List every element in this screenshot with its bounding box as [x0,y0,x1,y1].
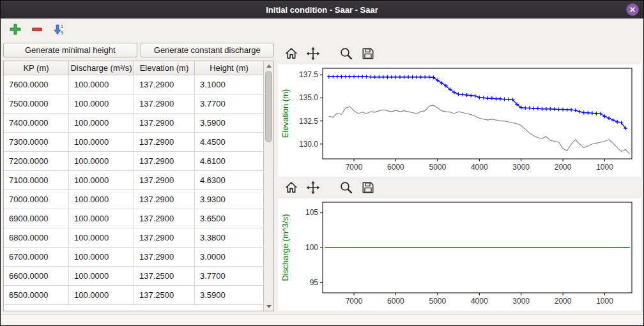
table-cell[interactable]: 7300.0000 [4,133,69,151]
table-cell[interactable]: 137.2900 [134,94,195,113]
table-cell[interactable]: 4.4500 [195,133,263,151]
elevation-chart-toolbar [278,43,641,64]
table-cell[interactable]: 6800.0000 [4,228,69,247]
table-row[interactable]: 7500.0000100.0000137.29003.7700 [4,94,263,114]
table-cell[interactable]: 3.9300 [195,190,263,209]
svg-text:5000: 5000 [429,163,447,172]
svg-text:3000: 3000 [512,297,530,306]
table-cell[interactable]: 137.2900 [134,75,195,94]
scroll-down-button[interactable] [264,302,273,311]
table-cell[interactable]: 3.7700 [195,94,263,113]
table-cell[interactable]: 137.2500 [134,267,195,285]
table-row[interactable]: 7200.0000100.0000137.29004.6100 [4,152,263,171]
svg-text:4000: 4000 [471,163,488,172]
table-cell[interactable]: 4.6100 [195,152,263,170]
table-cell[interactable]: 3.3800 [195,228,263,247]
table-cell[interactable]: 137.2900 [134,152,195,170]
home-icon [284,47,298,61]
table-cell[interactable]: 3.5900 [195,114,263,132]
pan-button[interactable] [303,45,323,63]
table-row[interactable]: 7100.0000100.0000137.29004.6300 [4,171,263,190]
titlebar[interactable]: Initial condition - Saar - Saar [1,1,643,19]
header-elevation[interactable]: Elevation (m) [134,61,195,75]
table-row[interactable]: 6800.0000100.0000137.29003.3800 [4,228,263,248]
table-cell[interactable]: 137.2900 [134,133,195,151]
header-discharge[interactable]: Discharge (m³/s) [69,61,134,75]
table-cell[interactable]: 100.0000 [69,114,134,132]
table-cell[interactable]: 4.6300 [195,171,263,189]
table-cell[interactable]: 100.0000 [69,228,134,247]
scrollbar-track[interactable] [264,70,273,302]
remove-row-button[interactable] [29,21,45,38]
svg-text:Discharge (m^3/s): Discharge (m^3/s) [280,214,290,281]
generate-constant-discharge-button[interactable]: Generate constant discharge [141,43,275,57]
table-vertical-scrollbar[interactable] [263,61,273,311]
svg-text:9: 9 [61,31,63,35]
discharge-chart: 700060005000400030002000100095100105Disc… [278,198,641,311]
save-icon [361,181,375,195]
table-cell[interactable]: 100.0000 [69,190,134,209]
table-cell[interactable]: 6600.0000 [4,267,69,285]
table-cell[interactable]: 6900.0000 [4,209,69,228]
save-button[interactable] [358,45,378,63]
table-cell[interactable]: 100.0000 [69,248,134,266]
close-icon [629,6,636,13]
close-button[interactable] [626,3,639,16]
add-row-button[interactable] [7,21,24,38]
svg-text:100: 100 [305,243,318,252]
table-cell[interactable]: 7000.0000 [4,190,69,209]
table-row[interactable]: 7400.0000100.0000137.29003.5900 [4,114,263,133]
table-cell[interactable]: 3.1000 [195,75,263,94]
zoom-button[interactable] [337,45,356,63]
header-height[interactable]: Height (m) [195,61,263,75]
svg-text:95: 95 [310,278,319,287]
table-cell[interactable]: 100.0000 [69,171,134,189]
table-cell[interactable]: 7100.0000 [4,171,69,189]
table-cell[interactable]: 100.0000 [69,286,134,304]
zoom-button[interactable] [337,179,356,196]
header-kp[interactable]: KP (m) [4,61,69,75]
table-cell[interactable]: 137.2900 [134,248,195,266]
table-cell[interactable]: 7200.0000 [4,152,69,170]
table-cell[interactable]: 137.2900 [134,171,195,189]
table-cell[interactable]: 3.5900 [195,286,263,304]
table-cell[interactable]: 3.6500 [195,209,263,228]
table-row[interactable]: 6600.0000100.0000137.25003.7700 [4,267,263,286]
save-button[interactable] [358,179,378,196]
table-cell[interactable]: 137.2900 [134,228,195,247]
pan-button[interactable] [303,179,323,196]
table-cell[interactable]: 137.2900 [134,190,195,209]
table-row[interactable]: 7300.0000100.0000137.29004.4500 [4,133,263,152]
table-row[interactable]: 7000.0000100.0000137.29003.9300 [4,190,263,209]
scrollbar-thumb[interactable] [265,71,272,142]
table-cell[interactable]: 7400.0000 [4,114,69,132]
home-button[interactable] [282,45,301,63]
svg-text:6000: 6000 [387,297,404,306]
generate-buttons-row: Generate minimal height Generate constan… [3,43,274,57]
table-cell[interactable]: 6500.0000 [4,286,69,304]
table-cell[interactable]: 100.0000 [69,94,134,113]
table-cell[interactable]: 137.2500 [134,286,195,304]
svg-text:7000: 7000 [346,163,363,172]
table-cell[interactable]: 100.0000 [69,152,134,170]
table-row[interactable]: 6500.0000100.0000137.25003.5900 [4,286,263,305]
sort-rows-button[interactable]: 1 9 [50,21,67,38]
table-cell[interactable]: 137.2900 [134,114,195,132]
home-button[interactable] [282,179,301,196]
table-cell[interactable]: 3.0000 [195,248,263,266]
table-row[interactable]: 6900.0000100.0000137.29003.6500 [4,209,263,228]
table-row[interactable]: 7600.0000100.0000137.29003.1000 [4,75,263,94]
table-cell[interactable]: 100.0000 [69,209,134,228]
table-cell[interactable]: 100.0000 [69,133,134,151]
table-cell[interactable]: 100.0000 [69,267,134,285]
scroll-up-button[interactable] [264,61,273,70]
table-cell[interactable]: 7600.0000 [4,75,69,94]
table-cell[interactable]: 7500.0000 [4,94,69,113]
table-row[interactable]: 6700.0000100.0000137.29003.0000 [4,248,263,267]
table-cell[interactable]: 137.2900 [134,209,195,228]
table-cell[interactable]: 3.7700 [195,267,263,285]
table-cell[interactable]: 6700.0000 [4,248,69,266]
table-cell[interactable]: 100.0000 [69,75,134,94]
generate-minimal-height-button[interactable]: Generate minimal height [3,43,137,57]
main-toolbar: 1 9 [1,19,643,40]
